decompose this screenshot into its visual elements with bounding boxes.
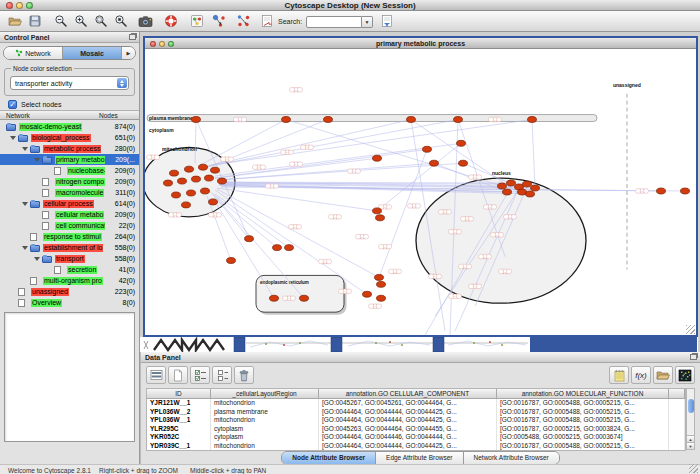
tab-overflow-arrow[interactable]: ▶ — [122, 47, 135, 59]
tree-row-secretion[interactable]: secretion41(0) — [0, 264, 139, 275]
column-header-annotation-go-molecular-function[interactable]: annotation.GO MOLECULAR_FUNCTION — [497, 389, 669, 399]
frame-resize-grip[interactable] — [686, 325, 695, 334]
network-node[interactable] — [170, 170, 179, 176]
tab-mosaic[interactable]: Mosaic — [63, 47, 122, 59]
network-node[interactable] — [205, 175, 214, 181]
search-input[interactable] — [306, 16, 362, 28]
network-node[interactable] — [209, 199, 218, 205]
network-node[interactable] — [373, 155, 382, 161]
tree-row-mosaic-demo-yeast[interactable]: mosaic-demo-yeast874(0) — [0, 121, 139, 132]
tree-row-multi-organism-pro[interactable]: multi-organism pro42(0) — [0, 275, 139, 286]
tab-edge-attribute-browser[interactable]: Edge Attribute Browser — [376, 452, 463, 464]
network-node[interactable] — [528, 117, 537, 123]
snapshot-button[interactable] — [136, 13, 154, 29]
search-dropdown-arrow[interactable]: ▼ — [362, 16, 373, 28]
network-node[interactable] — [373, 208, 382, 214]
network-node[interactable] — [185, 166, 194, 172]
annotation-pad-button[interactable] — [609, 366, 629, 384]
network-node[interactable] — [192, 117, 201, 123]
zoom-selected-button[interactable] — [92, 13, 110, 29]
vizmapper-button[interactable] — [188, 13, 206, 29]
network-node[interactable] — [657, 188, 666, 194]
select-all-attributes-button[interactable] — [190, 366, 210, 384]
expand-triangle-icon[interactable] — [34, 257, 40, 261]
table-row-ypl036w-1[interactable]: YPL036W__1mitochondrion[GO:0044464, GO:0… — [147, 416, 685, 425]
combobox-stepper-icon[interactable] — [117, 78, 127, 88]
tree-row-cell-communicat[interactable]: cell communicat22(0) — [0, 220, 139, 231]
frame-zoom-button[interactable] — [168, 41, 174, 47]
network-node[interactable] — [430, 160, 439, 166]
network-node[interactable] — [201, 188, 210, 194]
network-node[interactable] — [282, 117, 291, 123]
frame-close-button[interactable] — [150, 41, 156, 47]
expand-triangle-icon[interactable] — [34, 158, 40, 162]
network-node[interactable] — [270, 295, 279, 301]
layout-button-2[interactable] — [234, 13, 252, 29]
expand-triangle-icon[interactable] — [22, 147, 28, 151]
column-header-annotation-go-cellular-component[interactable]: annotation.GO CELLULAR_COMPONENT — [319, 389, 497, 399]
save-session-button[interactable] — [26, 13, 44, 29]
tab-network-attribute-browser[interactable]: Network Attribute Browser — [464, 452, 559, 464]
network-node[interactable] — [459, 160, 468, 166]
node-color-combobox[interactable]: transporter activity — [10, 76, 129, 90]
frame-minimize-button[interactable] — [159, 41, 165, 47]
network-node[interactable] — [300, 295, 309, 301]
background-windows-strip[interactable] — [140, 337, 698, 352]
network-node[interactable] — [211, 167, 220, 173]
expand-triangle-icon[interactable] — [22, 246, 28, 250]
table-row-ydr039c-1[interactable]: YDR039C__1mitochondrion[GO:0044464, GO:0… — [147, 442, 685, 451]
tree-row-response-to-stimul[interactable]: response to stimul264(0) — [0, 231, 139, 242]
attribute-select-button[interactable] — [146, 366, 166, 384]
network-node[interactable] — [375, 274, 384, 280]
tree-row-primary-metabo[interactable]: primary metabo209(... — [0, 154, 139, 165]
tree-row-biological-process[interactable]: biological_process651(0) — [0, 132, 139, 143]
attribute-table[interactable]: ID_cellularLayoutRegionannotation.GO CEL… — [146, 388, 686, 451]
network-node[interactable] — [523, 181, 532, 187]
tree-row-transport[interactable]: transport558(0) — [0, 253, 139, 264]
import-attributes-button[interactable] — [653, 366, 673, 384]
tree-row-nucleobase[interactable]: nucleobase-209(0) — [0, 165, 139, 176]
tree-row-nitrogen-compo[interactable]: nitrogen compo209(0) — [0, 176, 139, 187]
network-node[interactable] — [178, 178, 187, 184]
expand-triangle-icon[interactable] — [22, 202, 28, 206]
table-row-ylr295c[interactable]: YLR295Ccytoplasm[GO:0045263, GO:0044464,… — [147, 425, 685, 434]
network-node[interactable] — [172, 192, 181, 198]
tree-row-macromolecule[interactable]: macromolecule311(0) — [0, 187, 139, 198]
window-resize-grip[interactable] — [689, 464, 698, 473]
network-node[interactable] — [681, 188, 690, 194]
table-scrollbar[interactable]: ▲ ▼ — [686, 388, 695, 450]
birds-eye-view[interactable] — [4, 312, 135, 442]
tree-row-establishment-of-lo[interactable]: establishment of lo558(0) — [0, 242, 139, 253]
column-header-cellularlayoutregion[interactable]: _cellularLayoutRegion — [211, 389, 319, 399]
zoom-button[interactable] — [26, 2, 33, 9]
network-node[interactable] — [187, 190, 196, 196]
tree-row-metabolic-process[interactable]: metabolic process280(0) — [0, 143, 139, 154]
network-node[interactable] — [454, 117, 463, 123]
new-attribute-button[interactable] — [168, 366, 188, 384]
advanced-search-button[interactable] — [378, 13, 396, 29]
network-node[interactable] — [531, 185, 540, 191]
float-panel-icon[interactable] — [129, 34, 136, 40]
network-node[interactable] — [285, 245, 294, 251]
minimize-button[interactable] — [16, 2, 23, 9]
network-node[interactable] — [245, 236, 254, 242]
annotation-button[interactable] — [258, 13, 276, 29]
network-node[interactable] — [507, 180, 516, 186]
zoom-out-button[interactable] — [52, 13, 70, 29]
tree-row-cellular-process[interactable]: cellular process614(0) — [0, 198, 139, 209]
network-node[interactable] — [377, 281, 386, 287]
scroll-up-arrow[interactable]: ▲ — [687, 435, 694, 442]
select-nodes-checkbox[interactable]: ✓ — [8, 100, 17, 109]
tree-row-unassigned[interactable]: unassigned223(0) — [0, 286, 139, 297]
network-node[interactable] — [227, 258, 236, 264]
network-frame-titlebar[interactable]: primary metabolic process — [145, 38, 696, 49]
scroll-down-arrow[interactable]: ▼ — [687, 442, 694, 449]
tree-row-overview[interactable]: Overview8(0) — [0, 297, 139, 308]
network-node[interactable] — [199, 164, 208, 170]
close-button[interactable] — [6, 2, 13, 9]
zoom-in-button[interactable] — [72, 13, 90, 29]
table-row-ypl036w-2[interactable]: YPL036W__2plasma membrane[GO:0044464, GO… — [147, 408, 685, 417]
table-row-ykr052c[interactable]: YKR052Ccytoplasm[GO:0044464, GO:0044446,… — [147, 433, 685, 442]
network-node[interactable] — [164, 180, 173, 186]
tab-network[interactable]: Network — [4, 47, 63, 59]
